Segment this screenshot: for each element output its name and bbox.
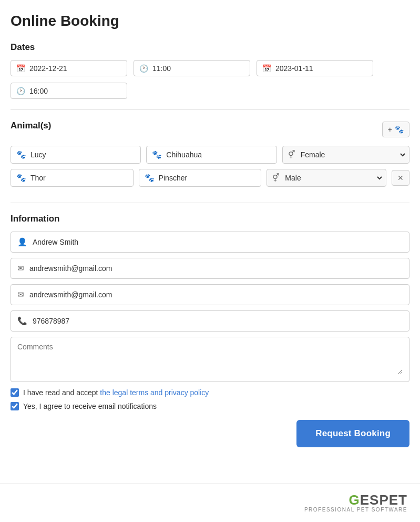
- comments-field-wrapper: [11, 337, 409, 382]
- animals-header: Animal(s) + 🐾: [11, 121, 409, 138]
- phone-icon: 📞: [17, 316, 27, 326]
- gespet-subtitle: PROFESSIONAL PET SOFTWARE: [304, 507, 407, 513]
- start-date-input[interactable]: [29, 64, 121, 73]
- footer-logo: GESPET PROFESSIONAL PET SOFTWARE: [304, 493, 407, 513]
- request-booking-button[interactable]: Request Booking: [296, 420, 409, 447]
- footer: GESPET PROFESSIONAL PET SOFTWARE: [0, 483, 420, 522]
- animal-breed-input-2[interactable]: [159, 174, 256, 182]
- legal-terms-label: I have read and accept the legal terms a…: [23, 388, 209, 397]
- animal-gender-wrapper-2: ⚥ Male Female: [267, 169, 386, 187]
- plus-icon: +: [388, 125, 392, 134]
- email-icon: ✉: [17, 264, 24, 273]
- add-animal-button[interactable]: + 🐾: [382, 122, 409, 137]
- gender-icon-2: ⚥: [272, 173, 280, 183]
- animal-gender-select-1[interactable]: Female Male: [299, 146, 407, 163]
- end-date-wrapper: [257, 60, 373, 76]
- gender-icon-1: ⚥: [288, 150, 295, 159]
- comments-textarea[interactable]: [17, 343, 403, 374]
- animal-row-2: 🐾 🐾 ⚥ Male Female ✕: [11, 169, 409, 187]
- animals-label: Animal(s): [11, 121, 51, 131]
- gespet-logo-text: GESPET: [304, 493, 407, 507]
- email-confirm-input[interactable]: [29, 290, 403, 299]
- email-notifications-row: Yes, I agree to receive email notificati…: [11, 402, 409, 410]
- animals-section: Animal(s) + 🐾 🐾 🐾 ⚥: [11, 121, 409, 203]
- animal-breed-wrapper-2: 🐾: [139, 169, 262, 187]
- legal-terms-link[interactable]: the legal terms and privacy policy: [100, 388, 209, 397]
- request-btn-row: Request Booking: [11, 420, 409, 447]
- legal-terms-checkbox[interactable]: [11, 388, 19, 397]
- legal-terms-row: I have read and accept the legal terms a…: [11, 388, 409, 397]
- gespet-g: G: [349, 492, 360, 508]
- animal-row: 🐾 🐾 ⚥ Female Male: [11, 146, 409, 164]
- dates-label: Dates: [11, 42, 409, 53]
- animal-name-wrapper: 🐾: [11, 146, 141, 164]
- email-confirm-icon: ✉: [17, 290, 24, 299]
- clock-icon-2: [16, 86, 25, 95]
- email-confirm-field-wrapper: ✉: [11, 284, 409, 305]
- animal-breed-input-1[interactable]: [166, 150, 271, 159]
- information-label: Information: [11, 214, 409, 224]
- phone-field-wrapper: 📞: [11, 310, 409, 332]
- animal-name-wrapper-2: 🐾: [11, 169, 134, 187]
- paw-icon-breed1: 🐾: [152, 150, 162, 159]
- start-time-input[interactable]: [152, 64, 244, 73]
- gespet-rest: ESPET: [360, 492, 407, 508]
- end-date-input[interactable]: [275, 64, 367, 73]
- legal-text-before: I have read and accept: [23, 388, 100, 397]
- paw-icon-row1: 🐾: [16, 150, 26, 159]
- animal-breed-wrapper: 🐾: [146, 146, 276, 164]
- user-icon: 👤: [17, 237, 27, 247]
- email-notifications-label: Yes, I agree to receive email notificati…: [23, 402, 157, 410]
- end-time-input[interactable]: [29, 87, 121, 95]
- paw-icon-breed2: 🐾: [145, 173, 155, 183]
- end-time-wrapper: [11, 83, 127, 99]
- name-input[interactable]: [33, 238, 403, 246]
- clock-icon: [139, 64, 148, 73]
- paw-icon-row2: 🐾: [16, 173, 26, 183]
- dates-section: Dates: [11, 42, 409, 110]
- dates-row: [11, 60, 409, 99]
- paw-icon: 🐾: [395, 125, 404, 134]
- email-field-wrapper: ✉: [11, 258, 409, 279]
- information-section: Information 👤 ✉ ✉ 📞: [11, 214, 409, 447]
- phone-input[interactable]: [33, 317, 403, 325]
- animal-gender-wrapper-1: ⚥ Female Male: [282, 146, 409, 164]
- calendar-icon: [16, 64, 25, 73]
- remove-animal-button[interactable]: ✕: [392, 170, 409, 186]
- name-field-wrapper: 👤: [11, 232, 409, 253]
- animal-name-input-2[interactable]: [30, 174, 128, 182]
- start-date-wrapper: [11, 60, 127, 76]
- start-time-wrapper: [134, 60, 250, 76]
- page-title: Online Booking: [11, 13, 409, 29]
- animal-gender-select-2[interactable]: Male Female: [283, 169, 384, 186]
- animal-name-input-1[interactable]: [30, 150, 135, 159]
- email-input[interactable]: [29, 264, 403, 273]
- calendar-icon-2: [262, 64, 271, 73]
- email-notifications-checkbox[interactable]: [11, 402, 19, 410]
